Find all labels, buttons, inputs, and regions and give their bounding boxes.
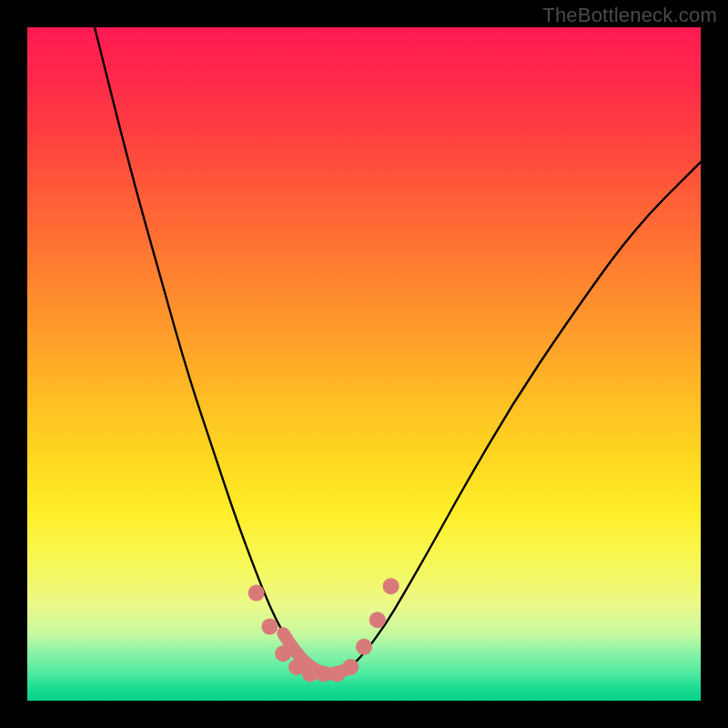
marker-dot	[342, 659, 359, 675]
marker-dot	[275, 645, 291, 662]
bottleneck-curve	[95, 27, 701, 673]
marker-dot	[356, 639, 372, 655]
marker-dot	[369, 612, 386, 628]
watermark-text: TheBottleneck.com	[542, 4, 717, 27]
chart-svg	[27, 27, 701, 701]
chart-frame: TheBottleneck.com	[0, 0, 728, 728]
marker-group	[248, 578, 399, 682]
marker-dot	[383, 578, 399, 594]
marker-dot	[261, 619, 278, 635]
plot-area	[27, 27, 701, 701]
marker-dot	[248, 585, 265, 602]
